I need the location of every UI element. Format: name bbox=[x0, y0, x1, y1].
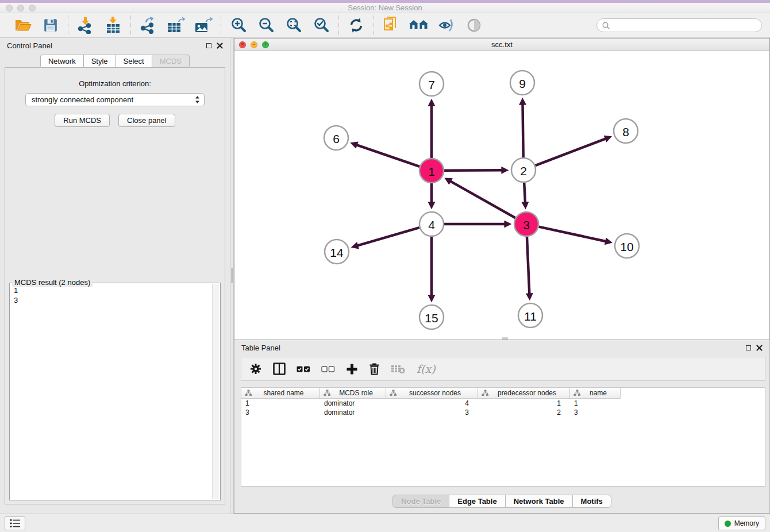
table-panel: Table Panel f(x) shared n bbox=[234, 340, 770, 514]
import-network-button[interactable] bbox=[76, 16, 95, 35]
edge-2-9[interactable] bbox=[523, 105, 523, 157]
table-cell[interactable]: 1 bbox=[241, 399, 320, 408]
edge-1-2[interactable] bbox=[444, 170, 502, 171]
eye-disabled-icon bbox=[467, 18, 482, 33]
delete-table-button[interactable] bbox=[391, 364, 406, 374]
close-panel-button[interactable]: Close panel bbox=[118, 114, 175, 127]
splitter-grip[interactable] bbox=[231, 268, 233, 283]
table-row[interactable]: 1dominator411 bbox=[241, 399, 765, 408]
home-networks-button[interactable] bbox=[409, 16, 429, 35]
refresh-button[interactable] bbox=[346, 16, 366, 35]
search-input[interactable] bbox=[613, 21, 757, 29]
table-cell[interactable]: 2 bbox=[478, 408, 570, 417]
graph-node-10[interactable]: 10 bbox=[615, 234, 639, 258]
table-cell[interactable]: 3 bbox=[570, 408, 621, 417]
graph-node-8[interactable]: 8 bbox=[614, 119, 638, 143]
edge-2-3[interactable] bbox=[524, 183, 525, 202]
column-header-predecessor-nodes[interactable]: predecessor nodes bbox=[478, 388, 570, 399]
network-window-titlebar[interactable]: × − + scc.txt bbox=[234, 38, 769, 51]
fx-icon: f(x) bbox=[417, 363, 436, 375]
graph-node-6[interactable]: 6 bbox=[324, 126, 348, 150]
gear-icon bbox=[249, 363, 262, 375]
zoom-fit-button[interactable] bbox=[284, 16, 303, 35]
edge-3-11[interactable] bbox=[527, 237, 529, 294]
close-panel-icon[interactable] bbox=[217, 43, 223, 49]
toggle-visibility-button[interactable] bbox=[437, 16, 456, 35]
tab-motifs[interactable]: Motifs bbox=[572, 495, 611, 508]
zoom-fit-icon bbox=[285, 17, 302, 34]
column-tree-icon bbox=[482, 390, 489, 396]
visibility-disabled-button[interactable] bbox=[464, 16, 484, 35]
panel-splitter[interactable] bbox=[230, 38, 234, 514]
tab-style[interactable]: Style bbox=[83, 55, 116, 68]
graph-node-15[interactable]: 15 bbox=[419, 305, 444, 329]
show-columns-button[interactable] bbox=[273, 363, 286, 375]
search-box[interactable] bbox=[596, 18, 762, 32]
edge-4-14[interactable] bbox=[357, 228, 419, 245]
column-header-successor-nodes[interactable]: successor nodes bbox=[386, 388, 478, 399]
deselect-all-button[interactable] bbox=[321, 365, 335, 373]
tab-node-table[interactable]: Node Table bbox=[392, 495, 449, 508]
table-cell[interactable]: 1 bbox=[570, 399, 621, 408]
run-mcds-button[interactable]: Run MCDS bbox=[55, 114, 110, 127]
zoom-in-button[interactable] bbox=[229, 16, 248, 35]
tab-mcds[interactable]: MCDS bbox=[152, 55, 190, 68]
window-title: Session: New Session bbox=[0, 3, 770, 12]
network-canvas[interactable]: 7968124314101511 bbox=[234, 51, 769, 340]
graph-node-14[interactable]: 14 bbox=[325, 240, 349, 264]
export-network-button[interactable] bbox=[138, 16, 158, 35]
folder-open-icon bbox=[14, 18, 32, 33]
table-cell[interactable]: 4 bbox=[386, 399, 478, 408]
float-panel-icon[interactable] bbox=[206, 43, 211, 48]
graph-node-11[interactable]: 11 bbox=[518, 303, 542, 327]
export-image-button[interactable] bbox=[194, 16, 213, 35]
export-table-button[interactable] bbox=[166, 16, 186, 35]
column-header-name[interactable]: name bbox=[570, 388, 621, 399]
optimization-criterion-select[interactable]: strongly connected component bbox=[25, 93, 205, 106]
column-header-shared-name[interactable]: shared name bbox=[241, 388, 320, 399]
tab-network-table[interactable]: Network Table bbox=[505, 495, 573, 508]
result-scrollbar[interactable] bbox=[212, 284, 220, 499]
memory-button[interactable]: Memory bbox=[718, 516, 765, 530]
node-table: shared nameMCDS rolesuccessor nodesprede… bbox=[241, 387, 765, 487]
table-cell[interactable]: 3 bbox=[386, 408, 478, 417]
edge-1-6[interactable] bbox=[357, 145, 419, 167]
apply-function-button[interactable]: f(x) bbox=[417, 363, 436, 375]
graph-node-9[interactable]: 9 bbox=[510, 71, 534, 95]
select-all-button[interactable] bbox=[297, 365, 310, 373]
save-session-button[interactable] bbox=[41, 16, 60, 35]
tab-select[interactable]: Select bbox=[116, 55, 152, 68]
zoom-selected-button[interactable] bbox=[311, 16, 331, 35]
float-table-panel-icon[interactable] bbox=[746, 345, 751, 350]
edge-3-10[interactable] bbox=[538, 227, 605, 241]
graph-node-1[interactable]: 1 bbox=[419, 159, 444, 183]
task-history-button[interactable] bbox=[5, 516, 25, 530]
close-table-panel-icon[interactable] bbox=[756, 345, 763, 351]
tab-edge-table[interactable]: Edge Table bbox=[449, 495, 505, 508]
table-cell[interactable]: dominator bbox=[320, 408, 386, 417]
edge-3-1[interactable] bbox=[451, 182, 515, 218]
mcds-result-group: MCDS result (2 nodes) 1 3 bbox=[9, 283, 221, 500]
add-column-button[interactable] bbox=[346, 363, 358, 375]
graph-node-3[interactable]: 3 bbox=[514, 212, 538, 236]
import-table-button[interactable] bbox=[103, 16, 123, 35]
table-cell[interactable]: 1 bbox=[478, 399, 570, 408]
duplicate-network-button[interactable] bbox=[382, 16, 401, 35]
delete-column-button[interactable] bbox=[369, 363, 380, 375]
graph-node-2[interactable]: 2 bbox=[511, 158, 536, 182]
zoom-out-button[interactable] bbox=[256, 16, 276, 35]
mcds-result-text[interactable]: 1 3 bbox=[11, 286, 211, 499]
graph-node-4[interactable]: 4 bbox=[419, 212, 444, 236]
tab-network[interactable]: Network bbox=[40, 55, 84, 68]
table-cell[interactable]: 3 bbox=[241, 408, 320, 417]
network-resize-handle[interactable] bbox=[502, 337, 508, 340]
column-header-MCDS-role[interactable]: MCDS role bbox=[320, 388, 386, 399]
graph-node-7[interactable]: 7 bbox=[419, 72, 444, 96]
table-settings-button[interactable] bbox=[249, 363, 262, 375]
table-cell[interactable]: dominator bbox=[320, 399, 386, 408]
open-session-button[interactable] bbox=[13, 16, 33, 35]
table-row[interactable]: 3dominator323 bbox=[241, 408, 765, 417]
svg-text:3: 3 bbox=[523, 218, 530, 232]
edge-2-8[interactable] bbox=[536, 139, 606, 166]
save-icon bbox=[43, 18, 58, 33]
